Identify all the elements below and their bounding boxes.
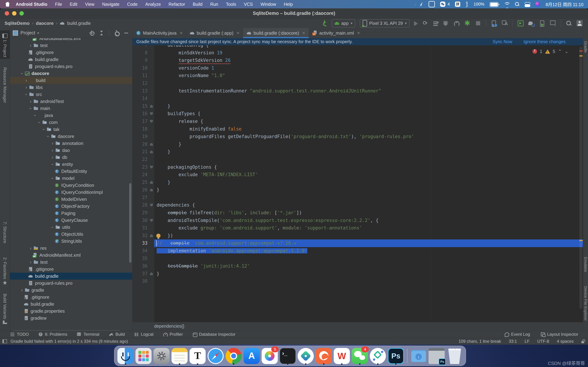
tree-item-objectutils[interactable]: ObjectUtils [10, 231, 132, 238]
code-line-17[interactable]: 17 release { [132, 118, 583, 125]
layout-inspector-icon[interactable] [539, 20, 545, 26]
dock-settings[interactable] [153, 347, 170, 365]
line-number[interactable]: 33 [132, 239, 149, 247]
tool-window-button-profiler[interactable]: Profiler [163, 332, 183, 337]
dock-appstore[interactable] [243, 347, 260, 365]
tree-item-res[interactable]: ›res [10, 245, 132, 252]
line-number[interactable]: 19 [132, 133, 149, 141]
siri-icon[interactable] [535, 1, 540, 7]
line-separator[interactable]: LF [525, 339, 529, 344]
search-icon[interactable] [515, 2, 519, 7]
dock-chrome[interactable] [225, 347, 242, 365]
indent-setting[interactable]: 4 spaces [557, 339, 574, 344]
expand-arrow-icon[interactable]: › [28, 259, 33, 265]
code-line-30[interactable]: 30 androidTestCompile('com.android.suppo… [132, 217, 583, 224]
line-number[interactable]: 10 [132, 64, 149, 72]
line-number[interactable]: 20 [132, 141, 149, 148]
make-project-icon[interactable] [322, 20, 327, 26]
breadcrumb-module[interactable]: daocore [36, 21, 53, 26]
tool-strip-resource-manager[interactable]: Resource Manager [0, 67, 10, 103]
menubar-clock[interactable]: 8月12日 周四 11:10 [546, 1, 583, 7]
dock-postman[interactable] [316, 347, 332, 365]
code-line-32[interactable]: 32 }) [132, 232, 583, 240]
tool-strip-gradle[interactable]: Gradle [583, 41, 588, 53]
tree-item-androidmanifest-xml[interactable]: AndroidManifest.xml [10, 252, 132, 259]
search-everywhere-icon[interactable] [566, 20, 572, 26]
error-stripe-mark[interactable] [579, 50, 583, 51]
fold-marker-icon[interactable] [149, 232, 154, 240]
tool-window-button-event-log[interactable]: Event Log [504, 332, 530, 337]
dock-downloads[interactable] [410, 347, 427, 365]
chevron-down-icon[interactable]: ▾ [37, 31, 39, 35]
tree-item-stringutils[interactable]: StringUtils [10, 238, 132, 245]
expand-arrow-icon[interactable]: › [50, 148, 55, 153]
line-number[interactable]: 38 [132, 277, 149, 285]
tree-item-build-gradle[interactable]: build.gradle [10, 273, 132, 280]
tab-build-gradle-app[interactable]: build.gradle (:app)× [186, 28, 243, 38]
code-line-7[interactable]: 7 defaultConfig { [132, 45, 583, 49]
gradle-sync-icon[interactable] [528, 20, 535, 26]
tree-item-paging[interactable]: Paging [10, 210, 132, 217]
menu-edit[interactable]: Edit [70, 2, 77, 7]
code-line-33[interactable]: 33// compile 'com.android.support:appcom… [132, 239, 583, 247]
collapse-arrow-icon[interactable]: › [28, 106, 34, 111]
line-number[interactable]: 17 [132, 118, 149, 125]
code-line-31[interactable]: 31 exclude group: 'com.android.support',… [132, 224, 583, 232]
dock-terminal[interactable] [279, 347, 296, 365]
run-config-selector[interactable]: app ▾ [332, 19, 355, 27]
line-number[interactable]: 26 [132, 186, 149, 194]
tree-item-src[interactable]: ›src [10, 91, 132, 98]
expand-arrow-icon[interactable]: › [28, 43, 33, 48]
tool-window-button-logcat[interactable]: Logcat [134, 332, 154, 337]
tab-mainactivity-java[interactable]: MainActivity.java× [132, 28, 186, 38]
line-number[interactable]: 11 [132, 72, 149, 80]
dock-finder[interactable] [117, 347, 134, 365]
attach-debugger-icon[interactable] [423, 20, 429, 26]
code-line-23[interactable]: 23 packagingOptions { [132, 163, 583, 171]
warning-stripe-mark[interactable] [579, 55, 583, 57]
tree-item-gitignore[interactable]: .gitignore [10, 49, 132, 56]
line-number[interactable]: 8 [132, 49, 149, 57]
line-number[interactable]: 12 [132, 80, 149, 87]
tool-window-button-todo[interactable]: TODO [10, 332, 29, 337]
tool-window-button-layout-inspector[interactable]: Layout Inspector [541, 332, 578, 337]
apply-changes-icon[interactable] [433, 22, 438, 26]
sync-now-link[interactable]: Sync Now [493, 39, 512, 44]
collapse-arrow-icon[interactable]: › [37, 120, 42, 125]
code-line-27[interactable]: 27 [132, 194, 583, 201]
tree-item-gradlew[interactable]: gradlew [10, 315, 132, 322]
code-line-11[interactable]: 11 versionName "1.0" [132, 72, 583, 80]
tool-strip-device-file-explorer[interactable]: Device File Explorer [583, 286, 588, 321]
line-number[interactable]: 27 [132, 194, 149, 201]
fold-marker-icon[interactable] [149, 186, 154, 194]
tree-item-build-gradle[interactable]: build.gradle [10, 300, 132, 308]
battery-icon[interactable] [490, 2, 498, 7]
line-number[interactable]: 25 [132, 179, 149, 186]
profiler-run-icon[interactable] [453, 20, 459, 26]
tree-item-test[interactable]: ›test [10, 42, 132, 49]
menu-refactor[interactable]: Refactor [169, 2, 185, 7]
tool-window-button-build[interactable]: Build [109, 332, 125, 337]
code-line-20[interactable]: 20 } [132, 141, 583, 148]
settings-icon[interactable] [114, 30, 119, 36]
code-line-19[interactable]: 19 proguardFiles getDefaultProguardFile(… [132, 133, 583, 141]
wifi-icon[interactable] [504, 2, 510, 7]
word-icon[interactable] [429, 1, 435, 7]
debug-icon[interactable] [442, 20, 449, 26]
code-line-34[interactable]: 34 implementation 'androidx.appcompat:ap… [132, 247, 583, 255]
expand-arrow-icon[interactable]: › [24, 85, 29, 90]
code-line-35[interactable]: 35 [132, 255, 583, 262]
line-number[interactable]: 34 [132, 247, 149, 255]
tool-strip-7-structure[interactable]: 7: Structure [0, 222, 10, 243]
tree-item-utils[interactable]: ›utils [10, 224, 132, 231]
menu-view[interactable]: View [85, 2, 95, 7]
tool-window-button-6-problems[interactable]: 6: Problems [38, 332, 67, 337]
tree-item-dao[interactable]: ›dao [10, 147, 132, 154]
tree-item-androidmanifest-xml[interactable]: AndroidManifest.xml [10, 38, 132, 42]
dock-textedit[interactable] [189, 347, 206, 365]
menu-build[interactable]: Build [193, 2, 203, 7]
tool-window-button-terminal[interactable]: Terminal [77, 332, 99, 337]
code-line-16[interactable]: 16 buildTypes { [132, 110, 583, 118]
line-number[interactable]: 9 [132, 57, 149, 64]
tree-vertical-scrollbar[interactable] [129, 183, 131, 263]
